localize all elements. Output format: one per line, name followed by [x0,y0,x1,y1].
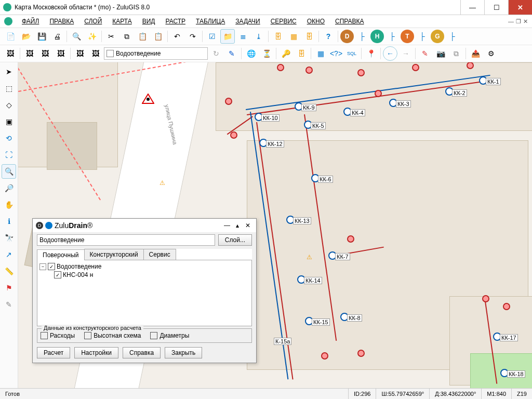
checklist-icon[interactable]: ☑ [205,29,219,44]
redo-icon[interactable]: ↷ [185,29,200,44]
export2-icon[interactable]: 📤 [468,46,483,61]
camera-icon[interactable]: 📷 [433,46,448,61]
menu-window[interactable]: ОКНО [303,17,329,26]
panel-minimize-button[interactable]: — [222,222,232,229]
close-panel-button[interactable]: Закрыть [165,347,202,358]
nav-back-icon[interactable]: ← [383,46,397,61]
mdi-minimize-icon[interactable]: — [508,18,514,25]
info-icon[interactable]: ℹ [2,214,16,229]
open-file-icon[interactable]: 📂 [19,29,33,44]
new-file-icon[interactable]: 📄 [3,29,18,44]
refresh-icon[interactable]: ↻ [209,46,223,61]
layer-lock-icon[interactable]: 🖼 [54,46,68,61]
module-d-icon[interactable]: D [340,30,354,43]
preview-icon[interactable]: 🔍 [69,29,84,44]
draw-icon[interactable]: ✎ [2,297,16,312]
menu-layer[interactable]: СЛОЙ [80,17,106,26]
module-h-icon[interactable]: H [370,30,384,43]
module-g-tool-icon[interactable]: ├ [445,29,460,44]
module-d-tool-icon[interactable]: ├ [355,29,369,44]
mdi-close-icon[interactable]: ✕ [523,18,528,25]
db-icon[interactable]: 🗄 [271,29,285,44]
settings-icon[interactable]: ⚙ [484,46,498,61]
mdi-restore-icon[interactable]: ❐ [516,18,521,25]
nav-fwd-icon[interactable]: → [398,46,413,61]
paste-special-icon[interactable]: 📋 [151,29,165,44]
save-icon[interactable]: 💾 [34,29,49,44]
select-rect-icon[interactable]: ⬚ [2,81,16,96]
menu-raster[interactable]: РАСТР [161,17,190,26]
red-pencil-icon[interactable]: ✎ [418,46,432,61]
layer-plus-icon[interactable]: 🖼 [22,46,37,61]
help-icon[interactable]: ? [321,29,336,44]
zoom-extent-icon[interactable]: ⛶ [2,148,16,162]
props-icon[interactable]: ▦ [313,46,328,61]
panel-titlebar[interactable]: D ZuluDrain® — ▴ ✕ [33,219,256,232]
zoom-in-icon[interactable]: 🔍 [2,164,16,179]
export-icon[interactable]: ⤓ [251,29,266,44]
menu-view[interactable]: ВИД [138,17,159,26]
chk-diameters[interactable]: Диаметры [150,332,189,339]
menu-service[interactable]: СЕРВИС [267,17,301,26]
module-t-tool-icon[interactable]: ├ [415,29,430,44]
menu-file[interactable]: ФАЙЛ [18,17,43,26]
help-button[interactable]: Справка [123,347,161,358]
minimize-button[interactable]: — [460,0,484,15]
folder-icon[interactable]: 📁 [220,29,235,44]
chk-flow[interactable]: Расходы [41,332,75,339]
select-sync-icon[interactable]: ⟲ [2,131,16,145]
layer-minus-icon[interactable]: 🖼 [38,46,52,61]
filter-icon[interactable]: ⏳ [259,46,274,61]
list-icon[interactable]: ≣ [236,29,250,44]
tree-collapse-icon[interactable]: − [39,263,46,270]
globe-icon[interactable]: 🌐 [244,46,258,61]
link-icon[interactable]: ↗ [2,247,16,262]
pan-icon[interactable]: ✋ [2,197,16,212]
panel-maximize-button[interactable]: ▴ [232,222,243,229]
db2-icon[interactable]: 🗄 [294,46,309,61]
copy-icon[interactable]: ⧉ [119,29,134,44]
maximize-button[interactable]: ☐ [484,0,508,15]
flag-icon[interactable]: ⚑ [2,281,16,295]
pencil-icon[interactable]: ✎ [224,46,239,61]
select-poly-icon[interactable]: ◇ [2,98,16,112]
panel-close-button[interactable]: ✕ [243,222,253,229]
calc-button[interactable]: Расчет [37,347,70,358]
chk-elevation[interactable]: Высотная схема [84,332,141,339]
panel-layer-field[interactable] [37,234,215,246]
table-icon[interactable]: ▦ [286,29,301,44]
zuludrain-panel[interactable]: D ZuluDrain® — ▴ ✕ Слой... Поверочный Ко… [32,218,257,363]
menu-edit[interactable]: ПРАВКА [45,17,78,26]
tree-checkbox[interactable]: ✓ [48,263,55,270]
menu-map[interactable]: КАРТА [108,17,136,26]
layer-selector[interactable]: Водоотведение [104,47,208,60]
undo-icon[interactable]: ↶ [170,29,184,44]
module-g-icon[interactable]: G [431,30,444,43]
sql-icon[interactable]: SQL [344,46,359,61]
panel-layer-button[interactable]: Слой... [218,234,252,246]
paste-icon[interactable]: 📋 [135,29,150,44]
tab-construct[interactable]: Конструкторский [84,249,144,260]
settings-button[interactable]: Настройки [74,347,118,358]
key-icon[interactable]: 🔑 [278,46,293,61]
menu-tasks[interactable]: ЗАДАЧИ [231,17,264,26]
layer-add-icon[interactable]: 🖼 [3,46,18,61]
close-button[interactable]: ✕ [508,0,532,15]
module-t-icon[interactable]: T [401,30,414,43]
copy-map-icon[interactable]: ⧉ [449,46,463,61]
db-query-icon[interactable]: 🗄 [302,29,316,44]
pin-icon[interactable]: 📍 [364,46,378,61]
new-layer-icon[interactable]: ✨ [85,29,99,44]
panel-tree[interactable]: − ✓ Водоотведение ✓ КНС-004 н [37,260,252,326]
binoculars-icon[interactable]: 🔭 [2,231,16,245]
cut-icon[interactable]: ✂ [104,29,118,44]
measure-icon[interactable]: 📏 [2,264,16,278]
menu-table[interactable]: ТАБЛИЦА [192,17,229,26]
module-h-tool-icon[interactable]: ├ [385,29,400,44]
pointer-icon[interactable]: ➤ [2,64,16,79]
tab-verify[interactable]: Поверочный [37,249,85,260]
menu-help[interactable]: СПРАВКА [331,17,368,26]
zoom-out-icon[interactable]: 🔎 [2,181,16,195]
layer-edit-icon[interactable]: 🖼 [88,46,103,61]
tab-service[interactable]: Сервис [143,249,176,260]
